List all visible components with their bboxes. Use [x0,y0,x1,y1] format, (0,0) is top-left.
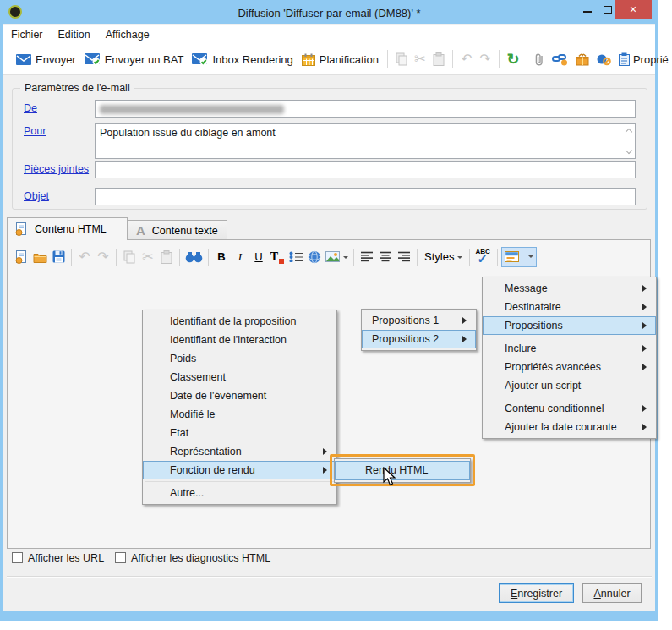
close-button[interactable]: × [615,0,652,19]
main-toolbar: Envoyer Envoyer un BAT Inbox Rendering P… [3,44,655,75]
menu-item-propositions-1[interactable]: Propositions 1 [362,311,476,330]
menu-item-date-evenement[interactable]: Date de l'événement [143,386,336,405]
send-proof-button[interactable]: Envoyer un BAT [80,50,188,69]
align-center-icon[interactable] [376,247,395,267]
separator [527,50,527,68]
menu-item-contenu-conditionnel[interactable]: Contenu conditionnel [483,399,656,418]
to-input[interactable]: Population issue du ciblage en amont [95,123,636,159]
menu-item-etat[interactable]: Etat [143,424,336,442]
submenu-arrow-icon [642,364,650,370]
maximize-icon [604,6,612,14]
submenu-arrow-icon [642,405,650,412]
menubar: Fichier Edition Affichage [3,25,655,44]
undo-icon: ↶ [457,49,476,69]
close-icon: × [630,3,636,16]
find-icon[interactable] [183,247,205,267]
submenu-arrow-icon [462,317,470,324]
check-icon: ✓ [477,251,488,266]
subject-label-link[interactable]: Objet [24,190,49,202]
personalization-field-button[interactable] [501,247,537,267]
menu-item-rendu-html[interactable]: Rendu HTML [335,461,470,480]
separator [417,249,418,266]
new-content-icon[interactable] [12,247,30,267]
menu-item-poids[interactable]: Poids [143,349,336,368]
refresh-icon[interactable]: ↻ [504,49,522,69]
envelope-check-icon [85,53,101,66]
show-urls-checkbox[interactable] [12,552,23,563]
menu-affichage[interactable]: Affichage [98,26,157,43]
submenu-arrow-icon [642,322,650,329]
spellcheck-icon[interactable]: ABC✓ [473,248,494,266]
scroll-down-icon[interactable] [623,146,634,157]
separator [387,50,388,68]
screen: Diffusion 'Diffuser par email (DM88)' * … [0,0,672,630]
separator [116,249,117,266]
subject-input[interactable] [95,188,636,205]
menu-edition[interactable]: Edition [51,26,98,43]
menu-item-identifiant-interaction[interactable]: Identifiant de l'interaction [143,331,336,349]
menu-fichier[interactable]: Fichier [3,26,51,43]
copy-icon [120,247,139,267]
menu-separator [145,481,335,482]
tab-contenu-texte[interactable]: A Contenu texte [128,220,227,240]
menu-item-modifie-le[interactable]: Modifié le [143,405,336,424]
minimize-button[interactable] [577,0,598,19]
menu-item-proprietes-avancees[interactable]: Propriétés avancées [483,358,656,376]
menu-item-inclure[interactable]: Inclure [483,339,656,358]
menu-item-classement[interactable]: Classement [143,368,336,386]
bold-button[interactable]: B [212,247,231,267]
align-left-icon[interactable] [358,247,376,267]
properties-button[interactable]: Proprié [619,49,672,69]
envelope-icon [16,54,31,65]
image-icon[interactable] [324,247,350,267]
menu-item-message[interactable]: Message [483,279,656,298]
dropdown-icon[interactable] [528,255,533,260]
scroll-up-icon[interactable] [623,125,634,136]
tab-contenu-html[interactable]: Contenu HTML [7,217,128,240]
bullet-list-icon[interactable] [287,247,305,267]
save-button[interactable]: Enregistrer [499,583,574,603]
align-right-icon[interactable] [395,247,413,267]
dropdown-icon[interactable] [343,256,348,261]
offer-icon[interactable] [576,52,589,66]
font-color-button[interactable]: T [268,247,287,267]
separator [469,249,470,266]
separator [522,249,522,265]
paste-icon [157,247,176,267]
show-diagnostics-checkbox[interactable] [115,552,126,563]
menu-item-propositions[interactable]: Propositions [483,316,656,335]
italic-button[interactable]: I [231,247,249,267]
untrack-icon[interactable] [597,52,611,66]
menu-item-date-courante[interactable]: Ajouter la date courante [483,418,656,436]
underline-button[interactable]: U [249,247,268,267]
undo-icon: ↶ [75,247,94,267]
attachment-icon[interactable] [534,52,544,67]
menu-item-ajouter-script[interactable]: Ajouter un script [483,376,656,395]
open-icon[interactable] [30,247,49,267]
save-icon[interactable] [49,247,68,267]
attachments-input[interactable] [95,161,636,178]
menu-item-destinataire[interactable]: Destinataire [483,298,656,316]
cancel-button[interactable]: Annuler [582,583,642,603]
menu-separator [484,337,654,337]
menu-item-autre[interactable]: Autre... [143,484,336,502]
menu-item-identifiant-proposition[interactable]: Identifiant de la proposition [143,312,336,331]
cut-icon: ✂ [411,49,429,69]
menu-separator [484,397,654,397]
from-label-link[interactable]: De [24,102,37,114]
to-label-link[interactable]: Pour [24,125,46,137]
link-icon[interactable] [552,53,568,66]
schedule-button[interactable]: Planification [298,50,383,69]
menu-item-representation[interactable]: Représentation [143,442,336,461]
hyperlink-icon[interactable] [305,247,324,267]
submenu-arrow-icon [642,304,650,310]
menu-item-fonction-de-rendu[interactable]: Fonction de rendu [143,461,336,479]
html-doc-icon [15,222,28,236]
send-button[interactable]: Envoyer [12,50,80,69]
menu-item-propositions-2[interactable]: Propositions 2 [362,330,476,348]
attachments-label-link[interactable]: Pièces jointes [24,163,89,175]
dropdown-icon [457,256,462,261]
inbox-rendering-button[interactable]: Inbox Rendering [188,50,297,69]
styles-dropdown[interactable]: Styles [421,250,466,263]
from-redacted-value [100,105,284,114]
